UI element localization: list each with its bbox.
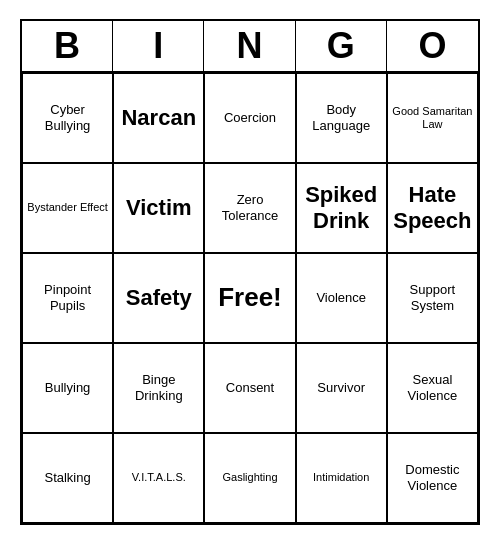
bingo-cell-12[interactable]: Free!: [204, 253, 295, 343]
bingo-cell-14[interactable]: Support System: [387, 253, 478, 343]
bingo-cell-15[interactable]: Bullying: [22, 343, 113, 433]
bingo-header: BINGO: [22, 21, 478, 73]
bingo-cell-8[interactable]: Spiked Drink: [296, 163, 387, 253]
bingo-cell-16[interactable]: Binge Drinking: [113, 343, 204, 433]
bingo-cell-19[interactable]: Sexual Violence: [387, 343, 478, 433]
bingo-cell-17[interactable]: Consent: [204, 343, 295, 433]
bingo-cell-4[interactable]: Good Samaritan Law: [387, 73, 478, 163]
bingo-cell-22[interactable]: Gaslighting: [204, 433, 295, 523]
bingo-cell-2[interactable]: Coercion: [204, 73, 295, 163]
header-letter-o: O: [387, 21, 478, 71]
bingo-cell-21[interactable]: V.I.T.A.L.S.: [113, 433, 204, 523]
bingo-grid: Cyber BullyingNarcanCoercionBody Languag…: [22, 73, 478, 523]
bingo-cell-9[interactable]: Hate Speech: [387, 163, 478, 253]
bingo-cell-6[interactable]: Victim: [113, 163, 204, 253]
bingo-cell-20[interactable]: Stalking: [22, 433, 113, 523]
bingo-cell-7[interactable]: Zero Tolerance: [204, 163, 295, 253]
header-letter-b: B: [22, 21, 113, 71]
bingo-cell-1[interactable]: Narcan: [113, 73, 204, 163]
header-letter-i: I: [113, 21, 204, 71]
header-letter-g: G: [296, 21, 387, 71]
bingo-cell-10[interactable]: Pinpoint Pupils: [22, 253, 113, 343]
bingo-cell-23[interactable]: Intimidation: [296, 433, 387, 523]
bingo-cell-18[interactable]: Survivor: [296, 343, 387, 433]
bingo-cell-13[interactable]: Violence: [296, 253, 387, 343]
bingo-cell-5[interactable]: Bystander Effect: [22, 163, 113, 253]
bingo-cell-0[interactable]: Cyber Bullying: [22, 73, 113, 163]
header-letter-n: N: [204, 21, 295, 71]
bingo-card: BINGO Cyber BullyingNarcanCoercionBody L…: [20, 19, 480, 525]
bingo-cell-11[interactable]: Safety: [113, 253, 204, 343]
bingo-cell-3[interactable]: Body Language: [296, 73, 387, 163]
bingo-cell-24[interactable]: Domestic Violence: [387, 433, 478, 523]
